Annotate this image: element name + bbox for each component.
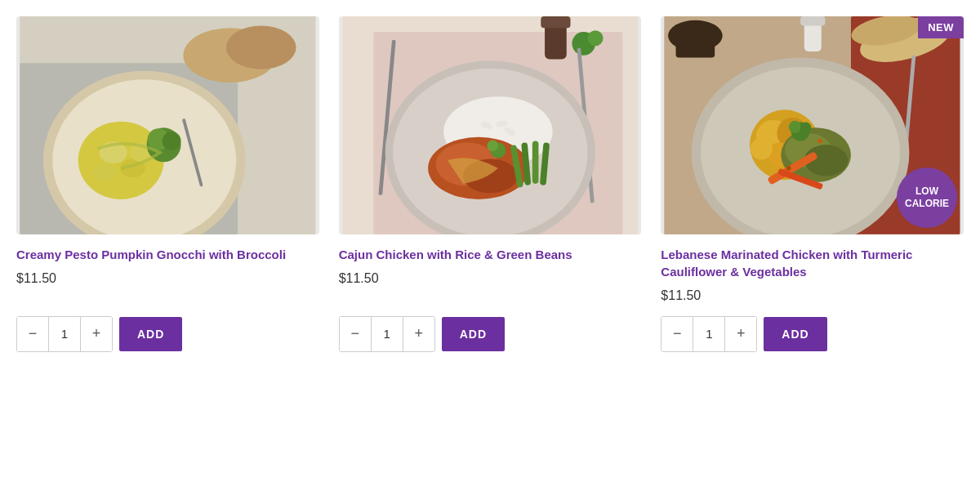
product-actions-3: − 1 + ADD: [661, 316, 964, 352]
decrease-btn-2[interactable]: −: [340, 317, 371, 351]
svg-point-64: [786, 166, 791, 171]
product-actions-1: − 1 + ADD: [16, 316, 319, 352]
increase-btn-1[interactable]: +: [81, 317, 112, 351]
product-info-1: Creamy Pesto Pumpkin Gnocchi with Brocco…: [16, 234, 319, 352]
qty-control-1: − 1 +: [16, 316, 113, 352]
decrease-btn-1[interactable]: −: [17, 317, 48, 351]
product-title-1: Creamy Pesto Pumpkin Gnocchi with Brocco…: [16, 246, 319, 263]
add-btn-2[interactable]: ADD: [442, 317, 505, 351]
svg-point-20: [587, 30, 603, 46]
product-card-2: Cajun Chicken with Rice & Green Beans $1…: [339, 16, 642, 352]
svg-rect-43: [800, 16, 825, 25]
product-image-container-2: [339, 16, 642, 234]
product-price-1: $11.50: [16, 271, 319, 286]
svg-point-9: [94, 163, 118, 181]
product-image-container-1: [16, 16, 319, 234]
increase-btn-2[interactable]: +: [403, 317, 434, 351]
svg-rect-18: [541, 16, 570, 28]
qty-value-2: 1: [371, 317, 403, 351]
qty-value-3: 1: [693, 317, 725, 351]
add-btn-1[interactable]: ADD: [119, 317, 182, 351]
badge-new: NEW: [918, 16, 964, 38]
increase-btn-3[interactable]: +: [725, 317, 756, 351]
svg-point-13: [163, 132, 181, 150]
product-price-3: $11.50: [661, 288, 964, 303]
product-image-container-3: NEW LOW CALORIE: [661, 16, 964, 234]
svg-rect-41: [676, 30, 715, 57]
svg-point-63: [817, 139, 822, 144]
svg-point-3: [226, 25, 296, 69]
decrease-btn-3[interactable]: −: [662, 317, 693, 351]
product-grid: Creamy Pesto Pumpkin Gnocchi with Brocco…: [16, 16, 964, 352]
add-btn-3[interactable]: ADD: [764, 317, 826, 351]
svg-rect-34: [532, 141, 538, 184]
product-info-2: Cajun Chicken with Rice & Green Beans $1…: [339, 234, 642, 352]
product-price-2: $11.50: [339, 271, 642, 286]
qty-control-3: − 1 +: [661, 316, 757, 352]
svg-point-54: [751, 138, 773, 160]
qty-value-1: 1: [48, 317, 81, 351]
svg-point-37: [487, 141, 497, 151]
product-card-1: Creamy Pesto Pumpkin Gnocchi with Brocco…: [16, 16, 319, 352]
product-info-3: Lebanese Marinated Chicken with Turmeric…: [661, 234, 964, 352]
product-title-3: Lebanese Marinated Chicken with Turmeric…: [661, 246, 964, 280]
product-title-2: Cajun Chicken with Rice & Green Beans: [339, 246, 642, 263]
svg-point-62: [800, 123, 811, 133]
svg-point-61: [789, 121, 801, 133]
qty-control-2: − 1 +: [339, 316, 435, 352]
badge-low-calorie: LOW CALORIE: [897, 167, 957, 228]
product-card-3: NEW LOW CALORIE Lebanese Marinated Chick…: [661, 16, 964, 352]
product-actions-2: − 1 + ADD: [339, 316, 642, 352]
